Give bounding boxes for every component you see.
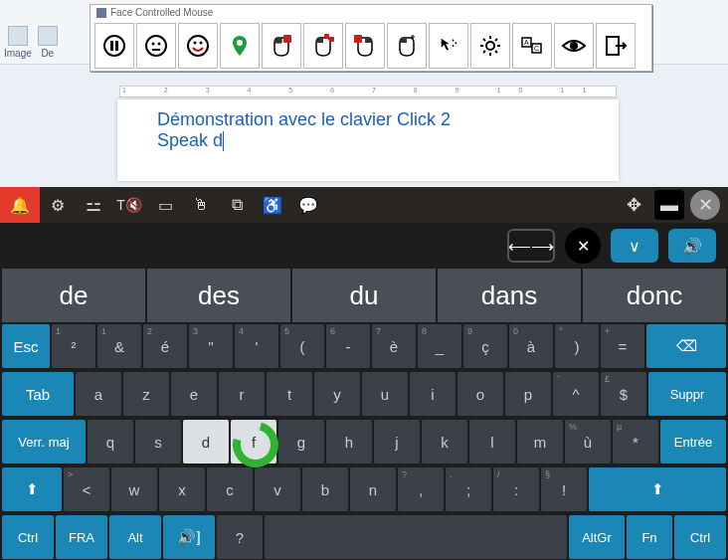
key-2[interactable]: 2é [143,324,187,368]
right-click-button[interactable] [345,23,385,69]
key-capslock[interactable]: Verr. maj [2,420,86,464]
key-l[interactable]: l [469,420,515,464]
key-ctrl-right[interactable]: Ctrl [674,515,726,559]
suggestion-2[interactable]: des [147,269,290,322]
key-lang[interactable]: FRA [56,515,107,559]
key-altgr[interactable]: AltGr [569,515,625,559]
key-q[interactable]: q [88,420,133,464]
key-d[interactable]: d [183,420,229,464]
smile-open-button[interactable] [178,23,218,69]
key-sq[interactable]: 1² [52,324,95,368]
key-0[interactable]: 0à [509,324,553,368]
minimize-icon[interactable]: ▬ [654,190,684,220]
key-speak-toggle[interactable]: 🔊] [163,515,215,559]
key-5[interactable]: 5( [280,324,324,368]
key-x[interactable]: x [159,467,205,511]
key-k[interactable]: k [422,420,467,464]
key-3[interactable]: 3" [189,324,233,368]
key-lt[interactable]: >< [64,467,109,511]
key-c[interactable]: c [207,467,253,511]
key-j[interactable]: j [374,420,420,464]
key-suppr[interactable]: Suppr [648,372,726,416]
settings-icon[interactable]: ⚙ [40,187,76,223]
key-e[interactable]: e [171,372,217,416]
key-a[interactable]: a [76,372,121,416]
clear-button[interactable]: ✕ [565,228,601,264]
wp-design-button[interactable]: De [38,26,58,59]
dropdown-button[interactable]: ∨ [611,229,658,263]
close-icon[interactable]: ✕ [690,190,720,220]
key-shift-right[interactable]: ⬆ [589,467,726,511]
key-t[interactable]: t [267,372,312,416]
key-circ[interactable]: ¨^ [553,372,599,416]
speak-button[interactable]: 🔊 [668,229,716,263]
key-alt[interactable]: Alt [109,515,161,559]
key-dollar[interactable]: £$ [601,372,646,416]
key-7[interactable]: 7è [372,324,416,368]
key-semi[interactable]: .; [446,467,491,511]
key-g[interactable]: g [278,420,324,464]
suggestion-5[interactable]: donc [583,269,726,322]
accessibility-icon[interactable]: ♿ [255,187,290,223]
sliders-icon[interactable]: ⚍ [76,187,111,223]
key-fn[interactable]: Fn [627,515,672,559]
location-button[interactable] [220,23,260,69]
key-r[interactable]: r [219,372,265,416]
suggestion-4[interactable]: dans [438,269,581,322]
key-f[interactable]: f [231,420,276,464]
move-cursor-button[interactable] [429,23,468,69]
exit-button[interactable] [596,23,636,69]
key-u[interactable]: u [362,372,408,416]
key-z[interactable]: z [123,372,169,416]
key-8[interactable]: 8_ [418,324,461,368]
screen-icon[interactable]: ▭ [147,187,183,223]
key-enter[interactable]: Entrée [660,420,726,464]
smile-neutral-button[interactable] [136,23,176,69]
key-s[interactable]: s [135,420,181,464]
key-u-grave[interactable]: %ù [565,420,611,464]
key-backspace[interactable]: ⌫ [646,324,726,368]
settings-button[interactable] [470,23,510,69]
key-shift-left[interactable]: ⬆ [2,467,62,511]
key-1[interactable]: 1& [97,324,141,368]
key-w[interactable]: w [111,467,157,511]
move-icon[interactable]: ✥ [619,190,648,220]
key-m[interactable]: m [517,420,563,464]
key-excl[interactable]: §! [541,467,587,511]
chat-icon[interactable]: 💬 [290,187,326,223]
windows-icon[interactable]: ⧉ [219,187,255,223]
key-y[interactable]: y [314,372,360,416]
keyboard-button[interactable]: AC [512,23,552,69]
key-9[interactable]: 9ç [463,324,507,368]
word-nav-button[interactable]: ⟵⟶ [507,229,555,263]
mouse-icon[interactable]: 🖱 [183,187,219,223]
wp-image-button[interactable]: Image [4,26,32,59]
key-6[interactable]: 6- [326,324,370,368]
alert-icon[interactable]: 🔔 [0,187,40,223]
key-p[interactable]: p [505,372,551,416]
key-colon[interactable]: /: [493,467,539,511]
text-mute-icon[interactable]: T🔇 [111,187,147,223]
eye-button[interactable] [554,23,594,69]
key-comma[interactable]: ?, [398,467,444,511]
key-b[interactable]: b [302,467,348,511]
key-4[interactable]: 4' [235,324,278,368]
document-page[interactable]: Démonstration avec le clavier Click 2 Sp… [117,99,619,181]
key-star[interactable]: µ* [613,420,658,464]
key-equals[interactable]: += [601,324,644,368]
key-n[interactable]: n [350,467,396,511]
key-esc[interactable]: Esc [2,324,50,368]
suggestion-1[interactable]: de [2,269,145,322]
key-v[interactable]: v [255,467,300,511]
key-space[interactable] [265,515,567,559]
left-click-button[interactable] [262,23,301,69]
key-o[interactable]: o [457,372,503,416]
key-h[interactable]: h [326,420,372,464]
double-click-button[interactable] [303,23,343,69]
suggestion-3[interactable]: du [292,269,436,322]
pause-button[interactable] [94,23,134,69]
key-paren[interactable]: °) [555,324,599,368]
key-tab[interactable]: Tab [2,372,74,416]
key-ctrl-left[interactable]: Ctrl [2,515,54,559]
drag-button[interactable] [387,23,427,69]
